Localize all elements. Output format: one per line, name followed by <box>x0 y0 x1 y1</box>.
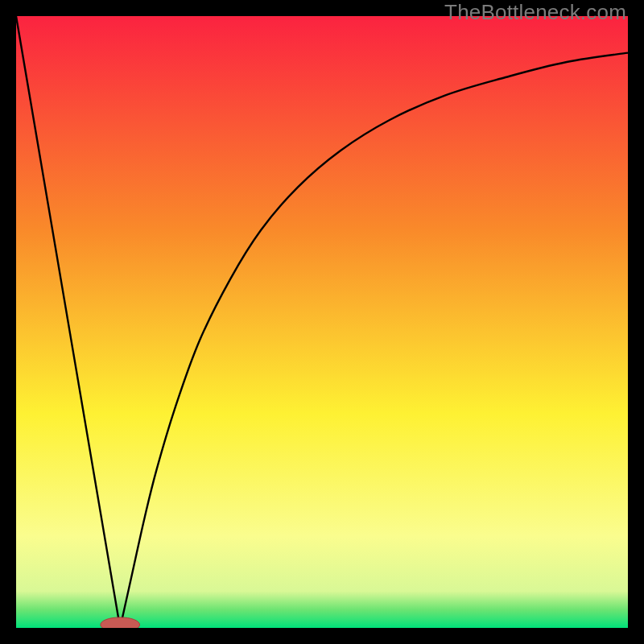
chart-frame <box>16 16 628 628</box>
plot-background <box>16 16 628 628</box>
bottleneck-chart <box>16 16 628 628</box>
watermark-text: TheBottleneck.com <box>444 0 626 25</box>
